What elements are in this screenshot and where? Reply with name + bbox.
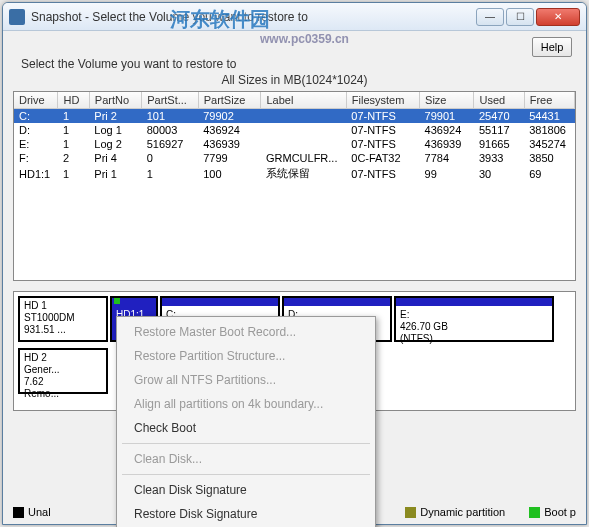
menu-item: Grow all NTFS Partitions... — [120, 368, 372, 392]
cell: 0 — [142, 151, 199, 165]
column-header[interactable]: Used — [474, 92, 524, 109]
cell: 07-NTFS — [346, 109, 419, 124]
titlebar[interactable]: Snapshot - Select the Volume you want to… — [3, 3, 586, 31]
menu-item: Restore Partition Structure... — [120, 344, 372, 368]
column-header[interactable]: Drive — [14, 92, 58, 109]
cell: E: — [14, 137, 58, 151]
partition-e[interactable]: E: 426.70 GB (NTFS) — [394, 296, 554, 342]
cell: 07-NTFS — [346, 165, 419, 182]
cell: Pri 2 — [89, 109, 141, 124]
cell: 436924 — [198, 123, 261, 137]
maximize-button[interactable]: ☐ — [506, 8, 534, 26]
swatch-icon — [405, 507, 416, 518]
menu-item: Align all partitions on 4k boundary... — [120, 392, 372, 416]
cell: 7799 — [198, 151, 261, 165]
cell: 80003 — [142, 123, 199, 137]
disk2-model: Gener... — [24, 364, 102, 376]
column-header[interactable]: PartNo — [89, 92, 141, 109]
cell: 54431 — [524, 109, 574, 124]
cell — [261, 109, 346, 124]
cell: D: — [14, 123, 58, 137]
cell: 3933 — [474, 151, 524, 165]
partition-label: E: — [400, 309, 548, 321]
cell: 516927 — [142, 137, 199, 151]
menu-item[interactable]: Clean Disk Signature — [120, 478, 372, 502]
cell: 1 — [58, 109, 89, 124]
cell: 101 — [142, 109, 199, 124]
close-button[interactable]: ✕ — [536, 8, 580, 26]
cell: F: — [14, 151, 58, 165]
partition-fs: (NTFS) — [400, 333, 548, 345]
cell: Log 2 — [89, 137, 141, 151]
disk2-name: HD 2 — [24, 352, 102, 364]
cell: 99 — [420, 165, 474, 182]
table-row[interactable]: E:1Log 251692743693907-NTFS4369399166534… — [14, 137, 575, 151]
cell: 436939 — [198, 137, 261, 151]
cell: 系统保留 — [261, 165, 346, 182]
cell: Pri 4 — [89, 151, 141, 165]
cell: 1 — [142, 165, 199, 182]
menu-separator — [122, 474, 370, 475]
table-row[interactable]: F:2Pri 407799GRMCULFR...0C-FAT3277843933… — [14, 151, 575, 165]
column-header[interactable]: PartSt... — [142, 92, 199, 109]
cell: 79901 — [420, 109, 474, 124]
partition-size: 426.70 GB — [400, 321, 548, 333]
disk2-remo: Remo... — [24, 388, 102, 400]
menu-item: Restore Master Boot Record... — [120, 320, 372, 344]
cell: C: — [14, 109, 58, 124]
cell: 07-NTFS — [346, 137, 419, 151]
cell: 345274 — [524, 137, 574, 151]
cell: 25470 — [474, 109, 524, 124]
cell: 69 — [524, 165, 574, 182]
cell: Log 1 — [89, 123, 141, 137]
cell: 436924 — [420, 123, 474, 137]
table-row[interactable]: D:1Log 18000343692407-NTFS43692455117381… — [14, 123, 575, 137]
instruction-label: Select the Volume you want to restore to — [21, 57, 576, 71]
menu-item[interactable]: Restore Disk Signature — [120, 502, 372, 526]
cell — [261, 123, 346, 137]
volume-table[interactable]: DriveHDPartNoPartSt...PartSizeLabelFiles… — [13, 91, 576, 281]
cell: 7784 — [420, 151, 474, 165]
cell: 79902 — [198, 109, 261, 124]
context-menu: Restore Master Boot Record...Restore Par… — [116, 316, 376, 527]
column-header[interactable]: Free — [524, 92, 574, 109]
cell: 0C-FAT32 — [346, 151, 419, 165]
size-note: All Sizes in MB(1024*1024) — [13, 73, 576, 87]
cell: 436939 — [420, 137, 474, 151]
cell: Pri 1 — [89, 165, 141, 182]
menu-separator — [122, 443, 370, 444]
table-row[interactable]: HD1:11Pri 11100系统保留07-NTFS993069 — [14, 165, 575, 182]
cell: 55117 — [474, 123, 524, 137]
cell: 3850 — [524, 151, 574, 165]
cell: 07-NTFS — [346, 123, 419, 137]
column-header[interactable]: PartSize — [198, 92, 261, 109]
swatch-icon — [529, 507, 540, 518]
column-header[interactable]: Filesystem — [346, 92, 419, 109]
cell: HD1:1 — [14, 165, 58, 182]
column-header[interactable]: Label — [261, 92, 346, 109]
cell: 381806 — [524, 123, 574, 137]
help-button[interactable]: Help — [532, 37, 572, 57]
disk2-header[interactable]: HD 2 Gener... 7.62 Remo... — [18, 348, 108, 394]
app-icon — [9, 9, 25, 25]
cell: 1 — [58, 137, 89, 151]
cell: 91665 — [474, 137, 524, 151]
disk1-model: ST1000DM — [24, 312, 102, 324]
column-header[interactable]: Size — [420, 92, 474, 109]
cell: GRMCULFR... — [261, 151, 346, 165]
window-controls: — ☐ ✕ — [476, 8, 580, 26]
disk2-size: 7.62 — [24, 376, 102, 388]
table-row[interactable]: C:1Pri 21017990207-NTFS799012547054431 — [14, 109, 575, 124]
menu-item[interactable]: Check Boot — [120, 416, 372, 440]
window-title: Snapshot - Select the Volume you want to… — [31, 10, 476, 24]
disk1-name: HD 1 — [24, 300, 102, 312]
legend-boot: Boot p — [529, 506, 576, 518]
swatch-icon — [13, 507, 24, 518]
cell: 30 — [474, 165, 524, 182]
minimize-button[interactable]: — — [476, 8, 504, 26]
column-header[interactable]: HD — [58, 92, 89, 109]
cell: 1 — [58, 123, 89, 137]
disk1-size: 931.51 ... — [24, 324, 102, 336]
legend-unallocated: Unal — [13, 506, 51, 518]
disk1-header[interactable]: HD 1 ST1000DM 931.51 ... — [18, 296, 108, 342]
